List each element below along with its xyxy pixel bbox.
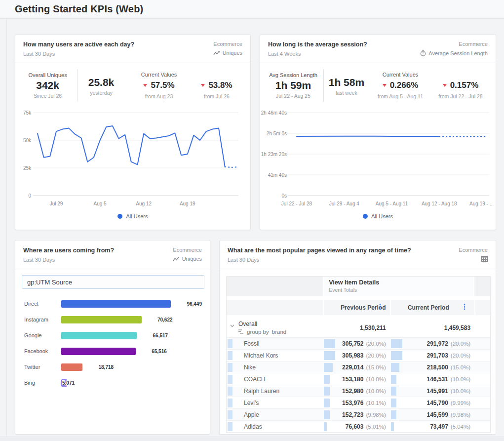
event-totals-table: View Item DetailsEvent TotalsPrevious Pe… — [226, 276, 491, 433]
previous-period-cell: 305,983(20.0%) — [323, 350, 390, 361]
cell-data-bar — [324, 422, 327, 431]
delta-value: 57.5% — [151, 80, 174, 90]
brand-name: Apple — [244, 411, 259, 418]
card-header: How many users are active each day? Last… — [15, 35, 250, 63]
latest-stat: 25.8k yesterday — [79, 75, 123, 96]
card-source: Ecommerce — [459, 247, 488, 253]
bar-value-label: 66,517 — [153, 333, 168, 338]
card-popular-pages: What are the most popular pages viewed i… — [219, 240, 496, 435]
overall-stat: Overall Uniques 342k Since Jul 26 — [20, 72, 75, 99]
row-marker-bar — [228, 375, 233, 384]
card-question[interactable]: What are the most popular pages viewed i… — [228, 247, 488, 254]
bar-value-label: 96,449 — [187, 301, 202, 307]
cell-data-bar — [391, 422, 394, 431]
group-header-spacer — [227, 277, 323, 296]
table-row[interactable]: Levi's153,976(10.1%)145,790(9.99%) — [227, 397, 490, 409]
card-period: Last 30 Days — [228, 257, 488, 263]
table-row[interactable]: Apple152,723(9.98%)145,599(9.98%) — [227, 409, 490, 421]
kebab-menu-icon[interactable] — [464, 304, 465, 312]
table-overall-row[interactable]: Overallgroup bybrand1,530,2111,459,583 — [227, 318, 490, 338]
legend-label: All Users — [126, 213, 148, 219]
brand-name: Michael Kors — [244, 352, 278, 359]
bar-chart-sources: Direct96,449Instagram70,622Google66,517F… — [15, 296, 210, 391]
cell-data-bar — [391, 375, 397, 384]
delta-value: 0.157% — [450, 80, 479, 90]
line-chart-avg-session[interactable]: 0s41m 40s1h 23m 20s2h 5m 0s2h 46m 40sJul… — [260, 109, 496, 210]
stat-label: Overall Uniques — [20, 72, 75, 78]
delta-from: from Jul 22 - Jul 28 — [430, 93, 491, 99]
brand-name: Adidas — [244, 423, 262, 430]
kpi-stats: Avg Session Length 1h 59m Jul 22 - Aug 2… — [260, 63, 496, 108]
legend-dot — [117, 214, 122, 219]
bar-category-label: Bing — [24, 380, 61, 386]
overall-stat: Avg Session Length 1h 59m Jul 22 - Aug 2… — [265, 72, 321, 99]
svg-text:Aug 12 - Aug 18: Aug 12 - Aug 18 — [422, 201, 457, 206]
bar-track: 66,517 — [61, 331, 204, 339]
stat-sub: Jul 22 - Aug 25 — [265, 93, 321, 99]
kebab-menu-icon[interactable] — [379, 304, 381, 312]
delta-stat: Current Values 57.5% from Aug 23 — [130, 72, 188, 99]
card-avg-session: How long is the average session? Last 4 … — [260, 34, 496, 230]
svg-text:Aug 5: Aug 5 — [93, 201, 107, 206]
table-icon — [481, 256, 488, 262]
bar-facebook[interactable] — [61, 348, 136, 355]
arrow-down-icon — [383, 84, 387, 87]
legend[interactable]: All Users — [260, 213, 496, 219]
svg-text:Jul 29 - Aug 4: Jul 29 - Aug 4 — [329, 201, 360, 206]
svg-text:75k: 75k — [23, 110, 32, 116]
delta-from: from Jul 26 — [188, 93, 245, 99]
card-header: What are the most popular pages viewed i… — [220, 241, 496, 269]
line-chart-active-users[interactable]: 025k50k75kJul 29Aug 5Aug 12Aug 19 — [15, 109, 250, 210]
legend[interactable]: All Users — [15, 213, 250, 219]
delta-stat: Current Values 0.266% from Aug 5 - Aug 1… — [370, 72, 430, 99]
overall-current-value: 1,459,583 — [390, 318, 474, 337]
cell-data-bar — [391, 339, 402, 348]
brand-name: Ralph Lauren — [244, 388, 279, 395]
overall-label: Overall — [238, 321, 286, 327]
delta-stat: 0.157% from Jul 22 - Jul 28 — [430, 72, 491, 99]
previous-period-cell: 76,603(5.01%) — [323, 421, 390, 432]
column-header-current-period[interactable]: Current Period — [390, 300, 474, 315]
event-header: View Item DetailsEvent Totals — [323, 277, 474, 296]
bar-direct[interactable] — [61, 300, 171, 308]
brand-name: Fossil — [244, 340, 259, 347]
cell-data-bar — [391, 351, 402, 360]
chevron-down-icon[interactable] — [230, 322, 234, 337]
brand-name: COACH — [244, 376, 265, 383]
current-values-label: Current Values — [130, 72, 188, 79]
table-row[interactable]: Fossil305,752(20.0%)291,972(20.0%) — [227, 338, 490, 350]
utm-source-input[interactable] — [22, 275, 204, 289]
svg-text:Aug 19 - ...: Aug 19 - ... — [469, 201, 494, 206]
column-header-spacer — [227, 300, 323, 315]
kpi-stats: Overall Uniques 342k Since Jul 26 25.8k … — [15, 63, 250, 108]
bar-value-label: 18,718 — [99, 364, 114, 370]
bar-twitter[interactable] — [61, 363, 82, 371]
table-row[interactable]: Adidas76,603(5.01%)73,497(5.04%) — [227, 421, 490, 433]
bar-instagram[interactable] — [61, 316, 142, 323]
bar-row: Google66,517 — [15, 327, 210, 343]
previous-period-cell: 153,976(10.1%) — [323, 397, 390, 408]
stat-value: 342k — [20, 80, 75, 91]
group-by-label: group by — [247, 329, 269, 335]
row-marker-bar — [228, 399, 233, 407]
table-row[interactable]: COACH153,180(10.0%)146,531(10.0%) — [227, 373, 490, 385]
table-row[interactable]: Ralph Lauren152,980(10.0%)145,991(10.0%) — [227, 385, 490, 397]
table-row[interactable]: Michael Kors305,983(20.0%)291,703(20.0%) — [227, 350, 490, 361]
column-header-previous-period[interactable]: Previous Period — [323, 300, 390, 315]
bar-google[interactable] — [61, 332, 137, 339]
svg-text:0s: 0s — [281, 193, 287, 199]
cell-data-bar — [324, 339, 335, 348]
cell-data-bar — [324, 410, 330, 419]
cell-data-bar — [391, 399, 397, 407]
card-metric-label: Uniques — [182, 256, 202, 262]
event-measure: Event Totals — [329, 287, 473, 293]
bar-track: 70,622 — [61, 316, 204, 323]
brand-name: Nike — [244, 364, 256, 371]
card-metric-label: Uniques — [223, 50, 242, 56]
card-question[interactable]: How many users are active each day? — [23, 41, 242, 48]
current-period-cell: 218,500(15.0%) — [390, 361, 474, 373]
table-row[interactable]: Nike229,014(15.0%)218,500(15.0%) — [227, 361, 490, 373]
legend-label: All Users — [371, 213, 393, 219]
bar-track: 96,449 — [61, 300, 204, 308]
cell-data-bar — [324, 375, 330, 384]
